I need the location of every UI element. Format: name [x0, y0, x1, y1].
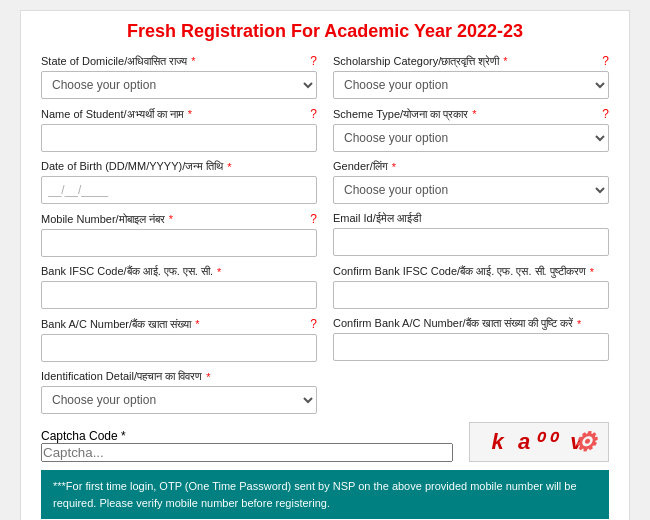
id-detail-group: Identification Detail/पहचान का विवरण * C…	[41, 370, 317, 414]
mobile-group: Mobile Number/मोबाइल नंबर * ?	[41, 212, 317, 257]
bank-ifsc-group: Bank IFSC Code/बैंक आई. एफ. एस. सी. *	[41, 265, 317, 309]
bank-ifsc-input[interactable]	[41, 281, 317, 309]
mobile-input[interactable]	[41, 229, 317, 257]
scheme-type-select[interactable]: Choose your option	[333, 124, 609, 152]
confirm-ac-label: Confirm Bank A/C Number/बैंक खाता संख्या…	[333, 317, 609, 330]
row-6: Bank A/C Number/बैंक खाता संख्या * ? Con…	[41, 317, 609, 362]
row-2: Name of Student/अभ्यर्थी का नाम * ? Sche…	[41, 107, 609, 152]
scholarship-help-icon[interactable]: ?	[602, 54, 609, 68]
dob-label: Date of Birth (DD/MM/YYYY)/जन्म तिथि *	[41, 160, 317, 173]
confirm-ifsc-group: Confirm Bank IFSC Code/बैंक आई. एफ. एस. …	[333, 265, 609, 309]
confirm-ifsc-label: Confirm Bank IFSC Code/बैंक आई. एफ. एस. …	[333, 265, 609, 278]
student-name-group: Name of Student/अभ्यर्थी का नाम * ?	[41, 107, 317, 152]
row-1: State of Domicile/अधिवासित राज्य * ? Cho…	[41, 54, 609, 99]
row-7: Identification Detail/पहचान का विवरण * C…	[41, 370, 609, 414]
state-label: State of Domicile/अधिवासित राज्य * ?	[41, 54, 317, 68]
scheme-type-label: Scheme Type/योजना का प्रकार * ?	[333, 107, 609, 121]
state-group: State of Domicile/अधिवासित राज्य * ? Cho…	[41, 54, 317, 99]
confirm-ac-group: Confirm Bank A/C Number/बैंक खाता संख्या…	[333, 317, 609, 362]
bank-ac-required: *	[195, 318, 199, 330]
row-3: Date of Birth (DD/MM/YYYY)/जन्म तिथि * G…	[41, 160, 609, 204]
student-name-help-icon[interactable]: ?	[310, 107, 317, 121]
form-container: Fresh Registration For Academic Year 202…	[20, 10, 630, 520]
dob-required: *	[227, 161, 231, 173]
scholarship-select[interactable]: Choose your option	[333, 71, 609, 99]
state-help-icon[interactable]: ?	[310, 54, 317, 68]
bank-ifsc-label: Bank IFSC Code/बैंक आई. एफ. एस. सी. *	[41, 265, 317, 278]
captcha-label: Captcha Code *	[41, 429, 453, 443]
gender-label: Gender/लिंग *	[333, 160, 609, 173]
captcha-required: *	[121, 429, 126, 443]
scholarship-label: Scholarship Category/छात्रवृत्ति श्रेणी …	[333, 54, 609, 68]
captcha-group: Captcha Code *	[41, 429, 453, 462]
bank-ifsc-required: *	[217, 266, 221, 278]
scholarship-group: Scholarship Category/छात्रवृत्ति श्रेणी …	[333, 54, 609, 99]
scheme-type-help-icon[interactable]: ?	[602, 107, 609, 121]
email-input[interactable]	[333, 228, 609, 256]
confirm-ifsc-required: *	[590, 266, 594, 278]
id-detail-label: Identification Detail/पहचान का विवरण *	[41, 370, 317, 383]
student-name-label: Name of Student/अभ्यर्थी का नाम * ?	[41, 107, 317, 121]
id-detail-required: *	[206, 371, 210, 383]
dob-input[interactable]	[41, 176, 317, 204]
state-required: *	[191, 55, 195, 67]
captcha-image: k a⁰⁰ v ⚙	[469, 422, 609, 462]
captcha-input[interactable]	[41, 443, 453, 462]
scheme-type-required: *	[472, 108, 476, 120]
student-name-input[interactable]	[41, 124, 317, 152]
bank-ac-input[interactable]	[41, 334, 317, 362]
state-select[interactable]: Choose your option	[41, 71, 317, 99]
mobile-help-icon[interactable]: ?	[310, 212, 317, 226]
bank-ac-help-icon[interactable]: ?	[310, 317, 317, 331]
email-label: Email Id/ईमेल आईडी	[333, 212, 609, 225]
page-title: Fresh Registration For Academic Year 202…	[41, 21, 609, 42]
captcha-noise-icon: ⚙	[573, 427, 600, 458]
student-name-required: *	[188, 108, 192, 120]
confirm-ac-input[interactable]	[333, 333, 609, 361]
captcha-row: Captcha Code * k a⁰⁰ v ⚙	[41, 422, 609, 462]
confirm-ac-required: *	[577, 318, 581, 330]
email-group: Email Id/ईमेल आईडी	[333, 212, 609, 257]
scholarship-required: *	[503, 55, 507, 67]
info-bar: ***For first time login, OTP (One Time P…	[41, 470, 609, 519]
mobile-required: *	[169, 213, 173, 225]
gender-group: Gender/लिंग * Choose your option	[333, 160, 609, 204]
confirm-ifsc-input[interactable]	[333, 281, 609, 309]
id-detail-select[interactable]: Choose your option	[41, 386, 317, 414]
dob-group: Date of Birth (DD/MM/YYYY)/जन्म तिथि *	[41, 160, 317, 204]
bank-ac-label: Bank A/C Number/बैंक खाता संख्या * ?	[41, 317, 317, 331]
scheme-type-group: Scheme Type/योजना का प्रकार * ? Choose y…	[333, 107, 609, 152]
bank-ac-group: Bank A/C Number/बैंक खाता संख्या * ?	[41, 317, 317, 362]
gender-required: *	[392, 161, 396, 173]
gender-select[interactable]: Choose your option	[333, 176, 609, 204]
row-4: Mobile Number/मोबाइल नंबर * ? Email Id/ई…	[41, 212, 609, 257]
row-5: Bank IFSC Code/बैंक आई. एफ. एस. सी. * Co…	[41, 265, 609, 309]
mobile-label: Mobile Number/मोबाइल नंबर * ?	[41, 212, 317, 226]
